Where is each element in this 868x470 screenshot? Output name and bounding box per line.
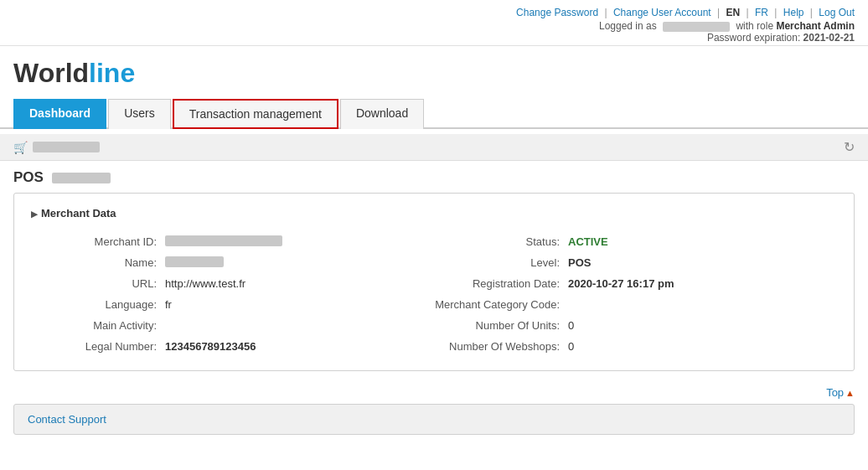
password-expiry-label: Password expiration: [707, 32, 800, 44]
logo: Worldline [13, 58, 855, 89]
page-title-area: POS [0, 161, 868, 193]
footer: Contact Support [13, 404, 855, 435]
num-units-row: Number Of Units: 0 [434, 315, 837, 336]
merchant-category-row: Merchant Category Code: [434, 294, 837, 315]
legal-number-value: 123456789123456 [165, 340, 256, 353]
merchant-category-label: Merchant Category Code: [434, 298, 568, 311]
language-value: fr [165, 298, 172, 311]
status-label: Status: [434, 235, 568, 248]
num-units-value: 0 [568, 319, 574, 332]
cart-icon: 🛒 [13, 141, 28, 154]
logged-in-user [663, 22, 730, 32]
merchant-data-card: Merchant Data Merchant ID: Name: URL: ht… [13, 193, 855, 371]
main-activity-label: Main Activity: [31, 319, 165, 332]
merchant-id-row: Merchant ID: [31, 231, 434, 252]
nav-tabs: Dashboard Users Transaction management D… [0, 97, 868, 129]
user-role: Merchant Admin [776, 20, 855, 32]
name-label: Name: [31, 256, 165, 269]
level-value: POS [568, 256, 591, 269]
registration-date-value: 2020-10-27 16:17 pm [568, 277, 674, 290]
data-col-left: Merchant ID: Name: URL: http://www.test.… [31, 231, 434, 357]
refresh-icon[interactable]: ↻ [844, 139, 855, 155]
num-webshops-label: Number Of Webshops: [434, 340, 568, 353]
main-activity-row: Main Activity: [31, 315, 434, 336]
legal-number-row: Legal Number: 123456789123456 [31, 336, 434, 357]
top-link-label: Top [826, 386, 844, 399]
logo-part2: line [89, 58, 135, 88]
registration-date-row: Registration Date: 2020-10-27 16:17 pm [434, 273, 837, 294]
logo-area: Worldline [0, 46, 868, 97]
logged-in-label: Logged in as [599, 20, 657, 32]
section-title[interactable]: Merchant Data [31, 207, 837, 220]
url-label: URL: [31, 277, 165, 290]
change-password-link[interactable]: Change Password [516, 7, 598, 18]
tab-download[interactable]: Download [340, 99, 424, 129]
separator: | [810, 7, 813, 18]
merchant-id-value [165, 235, 282, 246]
tab-dashboard[interactable]: Dashboard [13, 99, 106, 129]
top-bar: Change Password | Change User Account | … [0, 0, 868, 46]
data-col-right: Status: ACTIVE Level: POS Registration D… [434, 231, 837, 357]
page-subtitle [52, 173, 111, 183]
merchant-id-label: Merchant ID: [31, 235, 165, 248]
breadcrumb-text [33, 142, 100, 152]
separator: | [717, 7, 720, 18]
password-expiry-date: 2021-02-21 [803, 32, 855, 44]
lang-en[interactable]: EN [726, 7, 741, 18]
registration-date-label: Registration Date: [434, 277, 568, 290]
contact-support-link[interactable]: Contact Support [28, 413, 106, 426]
tab-users[interactable]: Users [108, 99, 171, 129]
top-arrow-icon: ▲ [845, 388, 855, 398]
status-value: ACTIVE [568, 235, 608, 248]
separator: | [747, 7, 749, 18]
level-row: Level: POS [434, 252, 837, 273]
language-row: Language: fr [31, 294, 434, 315]
help-link[interactable]: Help [783, 7, 804, 18]
num-units-label: Number Of Units: [434, 319, 568, 332]
url-row: URL: http://www.test.fr [31, 273, 434, 294]
data-grid: Merchant ID: Name: URL: http://www.test.… [31, 231, 837, 357]
logout-link[interactable]: Log Out [819, 7, 855, 18]
role-prefix: with role [736, 20, 773, 32]
logo-part1: World [13, 58, 89, 88]
num-webshops-value: 0 [568, 340, 574, 353]
page-title: POS [13, 169, 44, 186]
status-row: Status: ACTIVE [434, 231, 837, 252]
url-value: http://www.test.fr [165, 277, 245, 290]
breadcrumb-bar: 🛒 ↻ [0, 134, 868, 161]
name-value [165, 256, 224, 267]
breadcrumb-content: 🛒 [13, 141, 100, 154]
language-label: Language: [31, 298, 165, 311]
change-user-account-link[interactable]: Change User Account [613, 7, 711, 18]
legal-number-label: Legal Number: [31, 340, 165, 353]
name-row: Name: [31, 252, 434, 273]
top-link[interactable]: Top▲ [826, 386, 855, 399]
tab-transaction-management[interactable]: Transaction management [173, 99, 338, 129]
top-link-bar: Top▲ [0, 381, 868, 404]
separator: | [774, 7, 777, 18]
lang-fr-link[interactable]: FR [755, 7, 768, 18]
separator: | [604, 7, 607, 18]
num-webshops-row: Number Of Webshops: 0 [434, 336, 837, 357]
level-label: Level: [434, 256, 568, 269]
